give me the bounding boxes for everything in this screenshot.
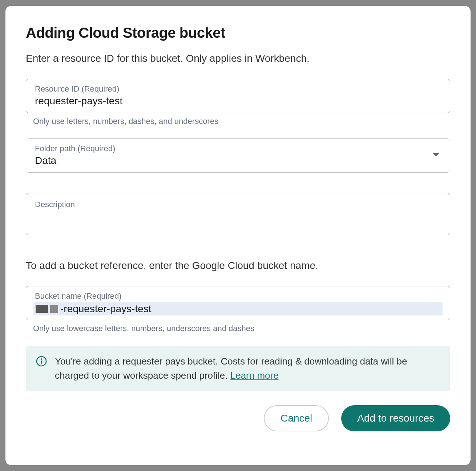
- resource-id-label: Resource ID (Required): [35, 84, 441, 94]
- info-banner: You're adding a requester pays bucket. C…: [26, 346, 450, 391]
- learn-more-link[interactable]: Learn more: [230, 370, 279, 381]
- bucket-name-field[interactable]: Bucket name (Required) -requester-pays-t…: [26, 286, 450, 320]
- folder-path-select[interactable]: Folder path (Required) Data: [26, 138, 450, 173]
- bucket-section-intro: To add a bucket reference, enter the Goo…: [26, 260, 450, 271]
- modal-subtitle: Enter a resource ID for this bucket. Onl…: [26, 53, 450, 64]
- bucket-name-label: Bucket name (Required): [35, 291, 441, 301]
- svg-point-1: [41, 358, 42, 360]
- modal-title: Adding Cloud Storage bucket: [26, 25, 450, 41]
- button-row: Cancel Add to resources: [26, 405, 450, 431]
- redacted-block: [50, 305, 58, 313]
- add-bucket-modal: Adding Cloud Storage bucket Enter a reso…: [5, 6, 471, 465]
- resource-id-helper: Only use letters, numbers, dashes, and u…: [33, 117, 450, 126]
- description-label: Description: [35, 200, 441, 209]
- bucket-name-suffix: -requester-pays-test: [60, 303, 152, 315]
- folder-path-value: Data: [35, 155, 441, 166]
- info-icon: [36, 356, 47, 368]
- redacted-block: [36, 305, 48, 313]
- svg-rect-2: [41, 361, 42, 364]
- cancel-button[interactable]: Cancel: [264, 405, 329, 431]
- bucket-name-value-row: -requester-pays-test: [33, 302, 443, 315]
- folder-path-label: Folder path (Required): [35, 144, 441, 153]
- bucket-name-helper: Only use lowercase letters, numbers, und…: [33, 324, 450, 333]
- chevron-down-icon: [432, 152, 440, 159]
- add-to-resources-button[interactable]: Add to resources: [341, 405, 450, 431]
- resource-id-input[interactable]: [35, 95, 441, 107]
- resource-id-field[interactable]: Resource ID (Required): [26, 79, 450, 113]
- description-field[interactable]: Description: [26, 193, 450, 235]
- info-banner-text: You're adding a requester pays bucket. C…: [55, 354, 440, 383]
